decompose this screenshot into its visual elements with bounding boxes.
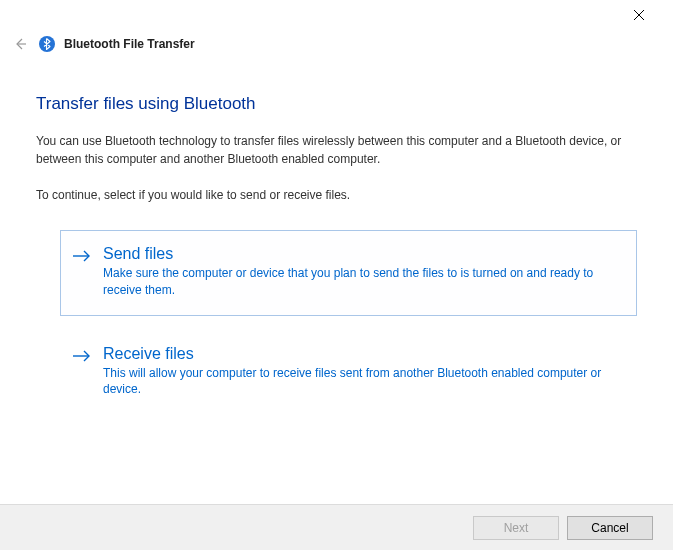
page-heading: Transfer files using Bluetooth (36, 94, 637, 114)
option-receive-files[interactable]: Receive files This will allow your compu… (60, 330, 637, 416)
wizard-header: Bluetooth File Transfer (0, 30, 673, 54)
back-button[interactable] (10, 34, 30, 54)
options-list: Send files Make sure the computer or dev… (36, 230, 637, 415)
option-title: Send files (103, 245, 620, 263)
option-body: Send files Make sure the computer or dev… (103, 245, 620, 299)
content-area: Transfer files using Bluetooth You can u… (0, 54, 673, 415)
option-description: Make sure the computer or device that yo… (103, 265, 620, 299)
arrow-right-icon (71, 347, 93, 368)
close-button[interactable] (619, 1, 659, 29)
cancel-button[interactable]: Cancel (567, 516, 653, 540)
window-title: Bluetooth File Transfer (64, 37, 195, 51)
close-icon (633, 9, 645, 21)
bluetooth-icon (38, 35, 56, 53)
titlebar (0, 0, 673, 30)
intro-text: You can use Bluetooth technology to tran… (36, 132, 637, 168)
next-button: Next (473, 516, 559, 540)
option-description: This will allow your computer to receive… (103, 365, 620, 399)
option-send-files[interactable]: Send files Make sure the computer or dev… (60, 230, 637, 316)
wizard-footer: Next Cancel (0, 504, 673, 550)
option-body: Receive files This will allow your compu… (103, 345, 620, 399)
option-title: Receive files (103, 345, 620, 363)
back-arrow-icon (12, 36, 28, 52)
arrow-right-icon (71, 247, 93, 268)
instruction-text: To continue, select if you would like to… (36, 186, 637, 204)
